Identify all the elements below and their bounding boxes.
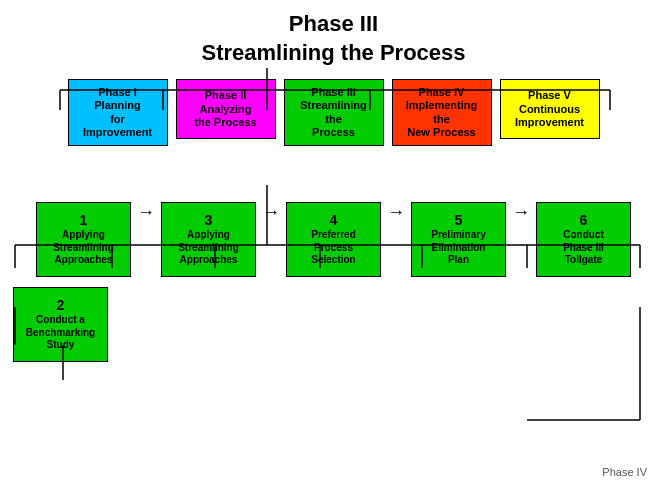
phase-row: Phase I Planning for Improvement Phase I…	[0, 79, 667, 146]
phase-1-box: Phase I Planning for Improvement	[68, 79, 168, 146]
phase-4-box: Phase IV Implementing the New Process	[392, 79, 492, 146]
title-line1: Phase III	[289, 11, 378, 36]
phase-3-box: Phase III Streamlining the Process	[284, 79, 384, 146]
title-line2: Streamlining the Process	[201, 40, 465, 65]
phase-iv-label: Phase IV	[602, 466, 647, 478]
arrow-5-6: →	[512, 202, 530, 223]
step-1-box: 1 Applying Streamlining Approaches	[36, 202, 131, 277]
step-row-1: 1 Applying Streamlining Approaches → 3 A…	[0, 202, 667, 277]
phase-5-box: Phase V Continuous Improvement	[500, 79, 600, 139]
step-6-box: 6 Conduct Phase III Tollgate	[536, 202, 631, 277]
arrow-3-4: →	[262, 202, 280, 223]
step-2-box: 2 Conduct a Benchmarking Study	[13, 287, 108, 362]
step-row-2: 2 Conduct a Benchmarking Study	[0, 287, 667, 362]
phase-2-box: Phase II Analyzing the Process	[176, 79, 276, 139]
arrow-1-2: →	[137, 202, 155, 223]
page-title: Phase IIIStreamlining the Process	[0, 0, 667, 67]
step-5-box: 5 Preliminary Elimination Plan	[411, 202, 506, 277]
arrow-4-5: →	[387, 202, 405, 223]
step-4-box: 4 Preferred Process Selection	[286, 202, 381, 277]
step-3-box: 3 Applying Streamlining Approaches	[161, 202, 256, 277]
